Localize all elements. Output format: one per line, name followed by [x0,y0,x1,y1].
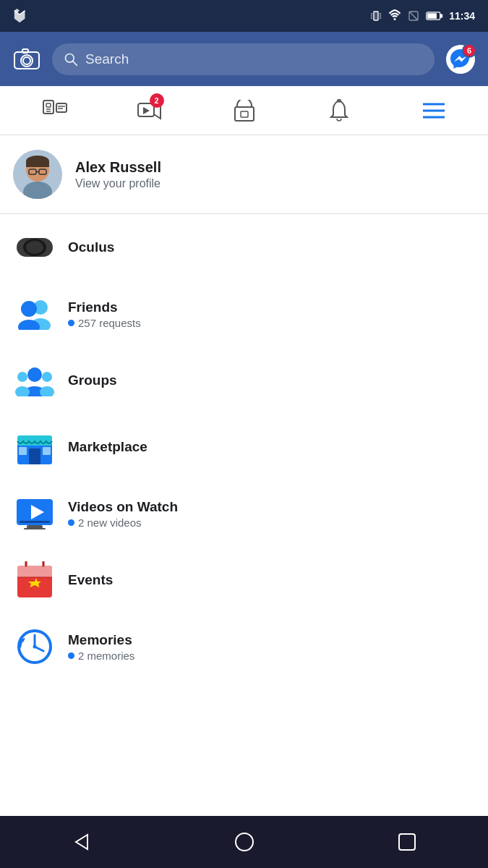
svg-point-47 [26,241,43,254]
svg-point-50 [21,301,37,317]
menu-label-memories: Memories [68,632,134,648]
profile-info: Alex Russell View your profile [75,159,161,190]
video-badge: 2 [150,93,164,108]
menu-item-watch[interactable]: Videos on Watch 2 new videos [0,480,488,547]
svg-line-10 [409,12,418,20]
nav-menu[interactable] [386,86,481,135]
svg-marker-30 [143,107,150,114]
svg-point-8 [394,18,396,20]
messenger-button[interactable]: 6 [443,42,478,77]
menu-item-marketplace[interactable]: Marketplace [0,414,488,480]
profile-sub-label: View your profile [75,177,161,190]
nav-marketplace[interactable] [197,86,291,135]
svg-point-82 [236,833,253,851]
header: Search 6 [0,32,488,86]
marketplace-icon [14,427,55,467]
svg-rect-62 [43,447,51,455]
menu-list: Oculus Friends 257 requests [0,214,488,816]
svg-point-79 [33,645,37,649]
recent-apps-button[interactable] [385,820,429,864]
groups-icon [14,360,55,401]
svg-rect-1 [374,12,378,20]
home-button[interactable] [223,820,266,864]
status-right: 11:34 [369,9,475,22]
nav-news-feed[interactable] [7,86,102,135]
svg-rect-13 [440,14,442,17]
menu-sublabel-watch: 2 new videos [68,516,178,529]
menu-item-friends[interactable]: Friends 257 requests [0,281,488,347]
friends-icon [14,294,55,334]
camera-button[interactable] [10,43,43,76]
menu-label-watch: Videos on Watch [68,499,178,515]
avatar [13,150,62,199]
svg-point-55 [15,386,30,396]
svg-rect-32 [241,111,248,117]
svg-rect-25 [56,103,67,112]
nav-video[interactable]: 2 [102,86,197,135]
profile-row[interactable]: Alex Russell View your profile [0,135,488,214]
menu-text-memories: Memories 2 memories [68,632,134,662]
svg-rect-41 [26,161,49,167]
time-display: 11:34 [449,10,475,22]
dot-friends [68,320,74,326]
messenger-badge: 6 [462,43,476,58]
menu-item-events[interactable]: Events [0,547,488,613]
svg-rect-12 [427,13,437,19]
svg-point-54 [17,372,27,382]
menu-text-events: Events [68,572,113,588]
svg-point-57 [40,386,54,396]
search-bar[interactable]: Search [52,43,435,75]
bottom-nav [0,816,488,868]
dot-watch [68,519,74,526]
menu-text-friends: Friends 257 requests [68,299,141,329]
menu-label-groups: Groups [68,373,117,388]
memories-icon [14,626,55,667]
svg-rect-60 [29,448,40,464]
nav-notifications[interactable] [291,86,386,135]
profile-name: Alex Russell [75,159,161,176]
menu-label-marketplace: Marketplace [68,439,147,455]
menu-item-groups[interactable]: Groups [0,347,488,414]
svg-rect-83 [399,834,415,850]
menu-sublabel-friends: 257 requests [68,317,141,329]
menu-label-oculus: Oculus [68,239,114,255]
svg-point-52 [27,367,42,382]
status-bar: 11:34 [0,0,488,32]
menu-label-friends: Friends [68,299,141,315]
menu-text-marketplace: Marketplace [68,439,147,455]
status-left [13,8,29,24]
svg-rect-65 [24,528,46,529]
menu-item-memories[interactable]: Memories 2 memories [0,613,488,680]
oculus-icon [14,227,55,268]
dot-memories [68,652,74,659]
menu-label-events: Events [68,572,113,588]
back-button[interactable] [60,820,103,864]
menu-text-groups: Groups [68,373,117,388]
svg-marker-81 [76,835,87,849]
svg-point-56 [42,372,52,382]
search-placeholder: Search [85,51,129,67]
svg-rect-22 [46,103,51,107]
svg-rect-67 [20,521,50,523]
menu-item-oculus[interactable]: Oculus [0,214,488,281]
svg-rect-17 [22,49,28,53]
svg-rect-61 [19,447,27,455]
events-icon [14,560,55,600]
watch-icon [14,493,55,534]
svg-rect-31 [235,107,254,121]
svg-rect-70 [17,571,52,577]
menu-text-oculus: Oculus [68,239,114,255]
svg-line-19 [73,61,77,64]
svg-point-16 [23,57,30,64]
menu-text-watch: Videos on Watch 2 new videos [68,499,178,529]
nav-bar: 2 [0,86,488,135]
menu-sublabel-memories: 2 memories [68,650,134,662]
